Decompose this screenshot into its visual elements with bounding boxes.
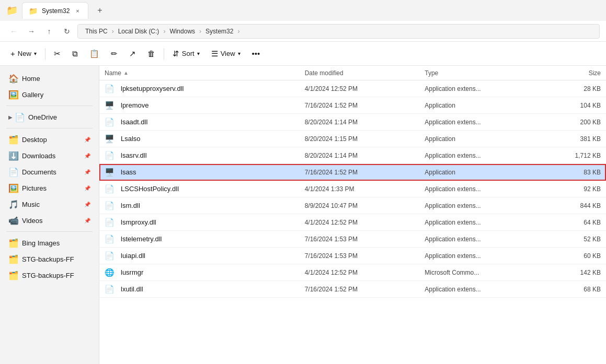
copy-icon: ⧉ [72, 49, 78, 58]
sidebar-item-documents[interactable]: 📄 Documents 📌 [2, 164, 97, 180]
pictures-icon: 🖼️ [8, 183, 18, 193]
file-type-cell: Application extens... [425, 236, 545, 243]
toolbar-sep-1 [45, 48, 45, 60]
file-date-cell: 4/1/2024 1:33 PM [305, 185, 425, 193]
pictures-pin-icon: 📌 [84, 185, 90, 191]
sidebar-sep-3 [6, 231, 93, 232]
address-drive[interactable]: Local Disk (C:) [116, 27, 162, 36]
toolbar: + New ▾ ✂ ⧉ 📋 ✏ ↗ 🗑 ⇵ Sort ▾ ☰ View ▾ ••… [0, 42, 606, 66]
address-computer[interactable]: This PC [83, 27, 110, 36]
refresh-button[interactable]: ↻ [60, 24, 74, 39]
tab-title: System32 [42, 7, 70, 15]
new-button[interactable]: + New ▾ [5, 45, 42, 62]
sidebar-item-stg1[interactable]: 🗂️ STG-backups-FF [2, 251, 97, 267]
sort-arrow: ▾ [197, 51, 200, 56]
cut-button[interactable]: ✂ [49, 45, 66, 62]
col-header-type[interactable]: Type [425, 69, 545, 77]
file-type-icon: 📄 [105, 118, 115, 127]
file-size-cell: 92 KB [545, 185, 601, 193]
paste-icon: 📋 [89, 49, 99, 58]
delete-button[interactable]: 🗑 [142, 45, 161, 62]
sidebar-item-desktop[interactable]: 🗂️ Desktop 📌 [2, 132, 97, 147]
table-row[interactable]: 🖥️ lpremove 7/16/2024 1:52 PM Applicatio… [99, 97, 606, 114]
file-name-label: lusrmgr [121, 268, 143, 276]
toolbar-sep-2 [164, 48, 164, 60]
sort-button[interactable]: ⇵ Sort ▾ [167, 45, 205, 62]
sidebar-item-music[interactable]: 🎵 Music 📌 [2, 196, 97, 212]
table-row[interactable]: 📄 lsmproxy.dll 4/1/2024 12:52 PM Applica… [99, 214, 606, 231]
active-tab[interactable]: 📁 System32 × [22, 2, 88, 19]
nav-bar: ← → ↑ ↻ This PC › Local Disk (C:) › Wind… [0, 21, 606, 42]
cut-icon: ✂ [54, 49, 61, 58]
file-type-cell: Application extens... [425, 119, 545, 126]
file-name-cell: 📄 lpksetupproxyserv.dll [105, 84, 305, 93]
col-header-name[interactable]: Name ▲ [105, 69, 305, 77]
sidebar-item-gallery[interactable]: 🖼️ Gallery [2, 87, 97, 102]
file-name-cell: 📄 lsaadt.dll [105, 118, 305, 127]
stg1-icon: 🗂️ [8, 254, 18, 264]
file-type-icon: 📄 [105, 184, 115, 194]
paste-button[interactable]: 📋 [84, 45, 105, 62]
tab-add-button[interactable]: + [93, 3, 107, 18]
sidebar-item-onedrive[interactable]: ▶ 📄 OneDrive [2, 109, 97, 125]
share-button[interactable]: ↗ [124, 45, 141, 62]
table-row[interactable]: 🌐 lusrmgr 4/1/2024 12:52 PM Microsoft Co… [99, 264, 606, 281]
table-row[interactable]: 📄 lsaadt.dll 8/20/2024 1:14 PM Applicati… [99, 114, 606, 131]
file-name-label: lstelemetry.dll [121, 235, 162, 243]
table-row[interactable]: 📄 lpksetupproxyserv.dll 4/1/2024 12:52 P… [99, 80, 606, 97]
table-row[interactable]: 🖥️ lsass 7/16/2024 1:52 PM Application 8… [99, 164, 606, 181]
address-folder1[interactable]: Windows [167, 27, 197, 36]
col-header-date[interactable]: Date modified [305, 69, 425, 77]
downloads-pin-icon: 📌 [84, 153, 90, 159]
file-type-icon: 🖥️ [105, 168, 115, 177]
file-name-cell: 📄 lxutil.dll [105, 285, 305, 294]
view-button[interactable]: ☰ View ▾ [206, 45, 246, 62]
documents-pin-icon: 📌 [84, 169, 90, 175]
folder-icon: 📁 [6, 5, 18, 16]
table-row[interactable]: 📄 lsasrv.dll 8/20/2024 1:14 PM Applicati… [99, 147, 606, 164]
file-date-cell: 7/16/2024 1:53 PM [305, 252, 425, 260]
rename-button[interactable]: ✏ [106, 45, 123, 62]
address-bar[interactable]: This PC › Local Disk (C:) › Windows › Sy… [77, 24, 600, 39]
file-type-cell: Application extens... [425, 252, 545, 260]
file-name-cell: 📄 lstelemetry.dll [105, 234, 305, 244]
new-arrow: ▾ [34, 51, 37, 56]
tab-close-button[interactable]: × [74, 7, 81, 15]
view-icon: ☰ [211, 49, 218, 58]
file-type-cell: Application [425, 169, 545, 176]
file-size-cell: 83 KB [545, 169, 601, 176]
sidebar-item-downloads[interactable]: ⬇️ Downloads 📌 [2, 148, 97, 163]
file-date-cell: 7/16/2024 1:52 PM [305, 102, 425, 109]
file-type-icon: 📄 [105, 218, 115, 227]
downloads-icon: ⬇️ [8, 151, 18, 161]
sidebar-label-music: Music [22, 201, 40, 208]
sidebar-item-bing-images[interactable]: 🗂️ Bing Images [2, 235, 97, 251]
table-row[interactable]: 📄 LSCSHostPolicy.dll 4/1/2024 1:33 PM Ap… [99, 181, 606, 197]
more-button[interactable]: ••• [247, 45, 266, 62]
file-name-label: lxutil.dll [121, 285, 143, 293]
table-row[interactable]: 📄 lstelemetry.dll 7/16/2024 1:53 PM Appl… [99, 231, 606, 248]
table-row[interactable]: 🖥️ Lsalso 8/20/2024 1:15 PM Application … [99, 131, 606, 147]
file-list-header: Name ▲ Date modified Type Size [99, 66, 606, 80]
file-date-cell: 8/20/2024 1:15 PM [305, 135, 425, 143]
table-row[interactable]: 📄 lsm.dll 8/9/2024 10:47 PM Application … [99, 197, 606, 214]
sidebar-item-pictures[interactable]: 🖼️ Pictures 📌 [2, 180, 97, 196]
file-name-label: LSCSHostPolicy.dll [121, 185, 179, 193]
sidebar-item-stg2[interactable]: 🗂️ STG-backups-FF [2, 267, 97, 283]
sidebar-item-home[interactable]: 🏠 Home [2, 71, 97, 86]
address-folder2[interactable]: System32 [203, 27, 235, 36]
new-icon: + [10, 49, 15, 58]
back-button[interactable]: ← [6, 24, 21, 39]
rename-icon: ✏ [111, 49, 118, 58]
up-button[interactable]: ↑ [42, 24, 56, 39]
sidebar-item-videos[interactable]: 📹 Videos 📌 [2, 213, 97, 228]
table-row[interactable]: 📄 lxutil.dll 7/16/2024 1:52 PM Applicati… [99, 281, 606, 298]
file-date-cell: 8/9/2024 10:47 PM [305, 202, 425, 209]
forward-button[interactable]: → [24, 24, 39, 39]
copy-button[interactable]: ⧉ [67, 45, 83, 62]
music-pin-icon: 📌 [84, 202, 90, 207]
table-row[interactable]: 📄 luiapi.dll 7/16/2024 1:53 PM Applicati… [99, 248, 606, 264]
delete-icon: 🗑 [147, 49, 155, 58]
col-header-size[interactable]: Size [545, 69, 601, 77]
file-type-cell: Application extens... [425, 185, 545, 193]
